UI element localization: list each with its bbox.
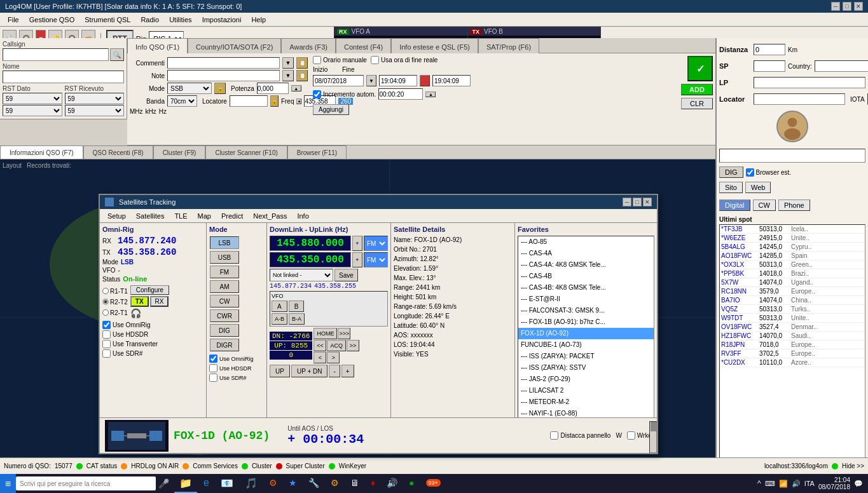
distacca-checkbox[interactable] bbox=[550, 431, 558, 440]
time-inizio-input[interactable] bbox=[379, 75, 417, 86]
rev-slow-btn[interactable]: < bbox=[313, 352, 326, 363]
orario-manuale-checkbox[interactable] bbox=[313, 56, 321, 64]
cw-btn[interactable]: CW bbox=[753, 199, 776, 211]
tx-btn[interactable]: TX bbox=[130, 296, 149, 307]
menu-help[interactable]: Help bbox=[246, 15, 271, 25]
dlg-menu-predict[interactable]: Predict bbox=[216, 211, 248, 221]
mode-dig-btn[interactable]: DIG bbox=[210, 324, 239, 337]
note-input[interactable] bbox=[167, 70, 280, 81]
sat-item-9[interactable]: FUNCUBE-1 (AO-73) bbox=[518, 339, 654, 351]
menu-gestione[interactable]: Gestione QSO bbox=[24, 15, 80, 25]
btab-info-qso[interactable]: Informazioni QSO (F7) bbox=[0, 145, 83, 159]
sdr-cb2[interactable] bbox=[209, 374, 217, 382]
home-btn[interactable]: HOME bbox=[313, 328, 337, 339]
rx-btn[interactable]: RX bbox=[150, 296, 169, 307]
minus-btn[interactable]: - bbox=[329, 365, 340, 377]
taskbar-app1[interactable]: 📧 bbox=[216, 474, 238, 493]
menu-utilities[interactable]: Utilities bbox=[164, 15, 196, 25]
spot-row[interactable]: *OX3LX50313,0Green.. bbox=[720, 260, 865, 269]
wrkd-chk[interactable]: Wrkd bbox=[627, 431, 652, 440]
sito-btn[interactable]: Sito bbox=[719, 182, 743, 193]
incremento-chk[interactable]: Incremento autom. bbox=[313, 90, 376, 98]
spot-row[interactable]: *W6EZE24915,0Unite.. bbox=[720, 234, 865, 243]
spot-row[interactable]: R18JPN7018,0Europe.. bbox=[720, 341, 865, 349]
distanza-input[interactable] bbox=[754, 44, 785, 55]
dialog-close[interactable]: ✕ bbox=[643, 198, 652, 206]
taskbar-ie[interactable]: e bbox=[198, 474, 214, 493]
spot-row[interactable]: HZ18FWC14070,0Saudi.. bbox=[720, 332, 865, 341]
date-dropdown-btn[interactable]: ▼ bbox=[366, 75, 376, 86]
taskbar-search[interactable] bbox=[16, 476, 156, 490]
spot-row[interactable]: *TF3JB50313,0Icela.. bbox=[720, 225, 865, 234]
mode-cw-btn[interactable]: CW bbox=[210, 295, 239, 307]
tab-country[interactable]: Country/IOTA/SOTA (F2) bbox=[188, 38, 281, 55]
sat-item-0[interactable]: --- AO-85 bbox=[518, 236, 654, 248]
menu-radio[interactable]: Radio bbox=[135, 15, 164, 25]
sat-item-5[interactable]: --- E-ST@R-II bbox=[518, 294, 654, 305]
hdsdr-chk2[interactable]: Use HDSDR bbox=[209, 364, 264, 372]
btab-qso-recenti[interactable]: QSO Recenti (F8) bbox=[83, 145, 153, 159]
ul-plus[interactable]: + bbox=[352, 252, 362, 267]
rst-dato-select2[interactable]: 59 bbox=[3, 105, 62, 116]
use-transverter-chk[interactable]: Use Transverter bbox=[102, 340, 203, 348]
sat-item-11[interactable]: --- ISS (ZARYA): SSTV bbox=[518, 362, 654, 374]
sat-item-3[interactable]: --- CAS-4B bbox=[518, 271, 654, 282]
taskbar-app10[interactable]: ● bbox=[404, 474, 419, 493]
mode-cwr-btn[interactable]: CWR bbox=[210, 309, 239, 322]
save-btn[interactable]: Save bbox=[334, 269, 358, 281]
duration-input[interactable] bbox=[378, 88, 423, 100]
tab-contest[interactable]: Contest (F4) bbox=[336, 38, 391, 55]
sat-item-2[interactable]: --- CAS-4A: 4K8 GMSK Tele... bbox=[518, 259, 654, 271]
tab-awards[interactable]: Awards (F3) bbox=[281, 38, 336, 55]
sat-item-6[interactable]: --- FALCONSAT-3: GMSK 9... bbox=[518, 305, 654, 316]
use-hdsdr-checkbox[interactable] bbox=[102, 330, 111, 339]
sat-item-7[interactable]: --- FOX-1B (AO-91): b7hz C... bbox=[518, 316, 654, 328]
up-dn-btn[interactable]: UP + DN bbox=[291, 365, 328, 377]
r1t1-radio[interactable]: R1-T1 bbox=[102, 288, 128, 295]
sat-item-14[interactable]: --- METEOR-M-2 bbox=[518, 396, 654, 408]
omnirig-cb2[interactable] bbox=[209, 355, 217, 363]
sat-item-4[interactable]: --- CAS-4B: 4K8 GMSK Tele... bbox=[518, 282, 654, 294]
digital-btn[interactable]: Digital bbox=[719, 199, 750, 211]
usa-ora-checkbox[interactable] bbox=[371, 56, 379, 64]
mode-digr-btn[interactable]: DIGR bbox=[210, 339, 239, 351]
lock-icon[interactable]: 🔒 bbox=[214, 83, 226, 94]
potenza-input[interactable] bbox=[257, 83, 289, 94]
taskbar-app3[interactable]: ⚙ bbox=[264, 474, 282, 493]
rst-ric-select1[interactable]: 59 bbox=[65, 93, 125, 104]
sat-item-1[interactable]: --- CAS-4A bbox=[518, 248, 654, 259]
taskbar-badge[interactable]: 99+ bbox=[421, 474, 446, 493]
ul-mode-select[interactable]: FM bbox=[364, 252, 388, 267]
taskbar-app4[interactable]: ★ bbox=[284, 474, 302, 493]
mode-fm-btn[interactable]: FM bbox=[210, 266, 239, 278]
scrollbar-thumb[interactable] bbox=[651, 422, 657, 431]
spot-row[interactable]: W9TDT50313,0Unite.. bbox=[720, 314, 865, 323]
clr-btn[interactable]: CLR bbox=[681, 98, 713, 109]
start-btn[interactable]: ⊞ bbox=[0, 474, 16, 493]
taskbar-app6[interactable]: ⚙ bbox=[326, 474, 344, 493]
vfo-b-btn[interactable]: B bbox=[289, 301, 305, 312]
callsign-input[interactable] bbox=[3, 48, 109, 61]
use-sdr-checkbox[interactable] bbox=[102, 349, 111, 358]
web-btn[interactable]: Web bbox=[745, 182, 771, 193]
use-omnirig-chk[interactable]: Use OmniRig bbox=[102, 321, 203, 329]
browser-est-chk[interactable]: Browser est. bbox=[746, 168, 792, 177]
r2t1-radio[interactable]: R2-T1 bbox=[102, 309, 128, 316]
vfo-a-btn[interactable]: A bbox=[272, 301, 287, 312]
r2t2-radio[interactable]: R2-T2 bbox=[102, 299, 128, 306]
callsign-search-btn[interactable]: 🔍 bbox=[110, 48, 124, 61]
mode-select[interactable]: SSB bbox=[167, 83, 212, 94]
tray-expand[interactable]: ^ bbox=[757, 479, 761, 488]
minimize-btn[interactable]: ─ bbox=[831, 2, 840, 11]
use-sdr-chk[interactable]: Use SDR# bbox=[102, 349, 203, 358]
vfo-ba-btn[interactable]: B-A bbox=[289, 313, 305, 325]
menu-file[interactable]: File bbox=[3, 15, 24, 25]
dlg-menu-satellites[interactable]: Satellites bbox=[131, 211, 170, 221]
distacca-chk[interactable]: Distacca pannello bbox=[550, 431, 610, 440]
sdr-chk2[interactable]: Use SDR# bbox=[209, 374, 264, 382]
btab-cluster-scanner[interactable]: Cluster Scanner (F10) bbox=[205, 145, 287, 159]
lp-input[interactable] bbox=[754, 77, 865, 88]
dlg-menu-map[interactable]: Map bbox=[193, 211, 216, 221]
add-btn[interactable]: ADD bbox=[681, 84, 713, 95]
sat-item-12[interactable]: --- JAS-2 (FO-29) bbox=[518, 374, 654, 385]
